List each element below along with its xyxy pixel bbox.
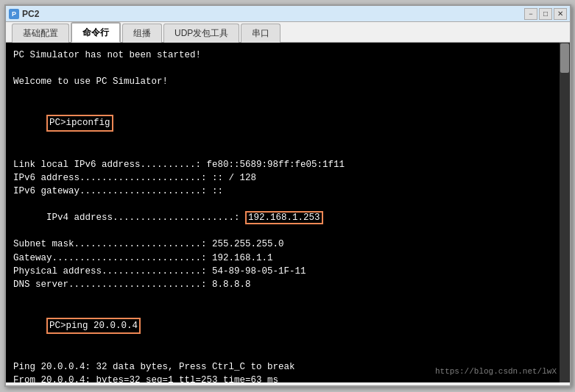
terminal-line-1: PC Simulator has not been started! bbox=[13, 49, 562, 62]
watermark: https://blog.csdn.net/lwX bbox=[435, 366, 557, 378]
maximize-button[interactable]: □ bbox=[539, 8, 552, 20]
ipv4-value: 192.168.1.253 bbox=[245, 211, 323, 224]
tab-command-line[interactable]: 命令行 bbox=[71, 22, 121, 43]
terminal-line-7: IPv6 address......................: :: /… bbox=[13, 171, 562, 185]
title-bar: P PC2 － □ ✕ bbox=[6, 6, 570, 22]
terminal-line-3: Welcome to use PC Simulator! bbox=[13, 75, 562, 88]
minimize-button[interactable]: － bbox=[524, 8, 537, 20]
scrollbar-thumb[interactable] bbox=[560, 43, 569, 73]
tab-bar: 基础配置 命令行 组播 UDP发包工具 串口 bbox=[6, 22, 570, 43]
terminal-line-10: Subnet mask.......................: 255.… bbox=[13, 238, 562, 251]
terminal-line-6: Link local IPv6 address..........: fe80:… bbox=[13, 158, 562, 171]
terminal-line-9: IPv4 address......................: 192.… bbox=[13, 198, 562, 238]
blank-1 bbox=[13, 62, 562, 75]
terminal-cmd1: PC>ipconfig bbox=[13, 101, 562, 144]
blank-5 bbox=[13, 347, 562, 360]
tab-multicast[interactable]: 组播 bbox=[122, 24, 162, 43]
tab-udp-tool[interactable]: UDP发包工具 bbox=[163, 24, 239, 43]
window-controls: － □ ✕ bbox=[524, 8, 567, 20]
terminal-line-12: Physical address..................: 54-8… bbox=[13, 265, 562, 278]
blank-3 bbox=[13, 145, 562, 158]
terminal[interactable]: PC Simulator has not been started! Welco… bbox=[6, 43, 570, 382]
tab-basic-config[interactable]: 基础配置 bbox=[12, 24, 69, 43]
terminal-cmd2: PC>ping 20.0.0.4 bbox=[13, 304, 562, 347]
title-bar-left: P PC2 bbox=[9, 9, 39, 19]
tab-serial[interactable]: 串口 bbox=[241, 24, 281, 43]
window-title: PC2 bbox=[22, 9, 39, 19]
blank-2 bbox=[13, 88, 562, 101]
blank-4 bbox=[13, 291, 562, 304]
terminal-line-8: IPv6 gateway......................: :: bbox=[13, 185, 562, 198]
cmd1-highlight: PC>ipconfig bbox=[46, 115, 113, 131]
terminal-line-13: DNS server........................: 8.8.… bbox=[13, 278, 562, 291]
cmd2-highlight: PC>ping 20.0.0.4 bbox=[46, 318, 141, 334]
terminal-line-11: Gateway...........................: 192.… bbox=[13, 252, 562, 265]
close-button[interactable]: ✕ bbox=[554, 8, 567, 20]
scrollbar[interactable] bbox=[560, 43, 570, 382]
ipv4-label: IPv4 address......................: bbox=[46, 213, 245, 223]
app-icon: P bbox=[9, 9, 19, 19]
main-window: P PC2 － □ ✕ 基础配置 命令行 组播 UDP发包工具 串口 PC Si… bbox=[4, 4, 571, 387]
